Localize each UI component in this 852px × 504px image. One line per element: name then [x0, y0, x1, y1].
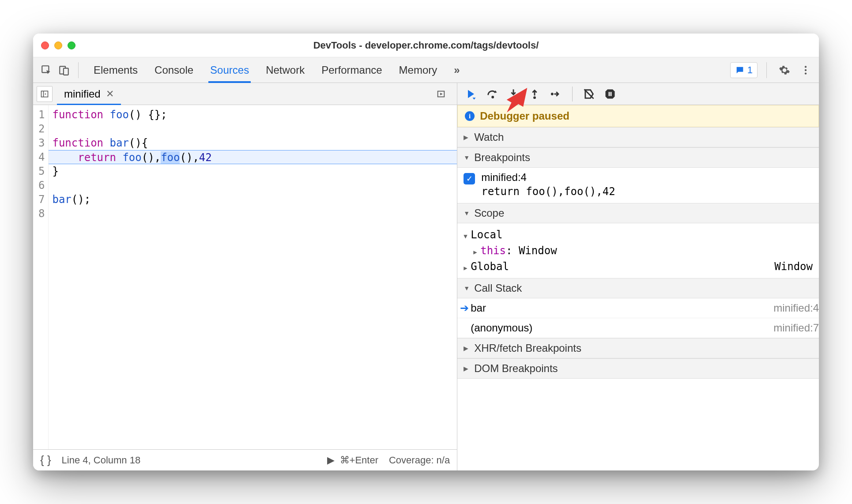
code-editor[interactable]: 12345678 function foo() {};function bar(… [33, 105, 457, 449]
svg-marker-10 [440, 93, 443, 95]
tab-sources[interactable]: Sources [209, 57, 250, 83]
pause-on-exceptions-button[interactable] [602, 86, 618, 102]
scope-global[interactable]: Global Window [464, 259, 813, 275]
svg-point-14 [551, 93, 554, 95]
panel-tabs: Elements Console Sources Network Perform… [93, 57, 461, 83]
svg-point-11 [491, 96, 494, 98]
kebab-menu-icon[interactable] [797, 61, 814, 79]
more-tabs-icon[interactable] [433, 86, 449, 102]
disclosure-icon [464, 365, 471, 372]
sources-panel: minified ✕ 12345678 function foo() {};fu… [33, 83, 457, 470]
paused-text: Debugger paused [480, 110, 569, 122]
tab-console[interactable]: Console [154, 57, 194, 83]
step-out-button[interactable] [526, 86, 543, 102]
divider [572, 87, 573, 102]
show-navigator-icon[interactable] [37, 86, 53, 102]
main-toolbar: Elements Console Sources Network Perform… [33, 57, 819, 83]
call-stack-body: ➔barminified:4(anonymous)minified:7 [457, 298, 819, 338]
disclosure-icon [464, 345, 471, 352]
run-shortcut: ⌘+Enter [340, 455, 378, 466]
breakpoints-body: ✓ minified:4 return foo(),foo(),42 [457, 168, 819, 203]
svg-rect-6 [41, 91, 48, 97]
titlebar: DevTools - developer.chrome.com/tags/dev… [33, 34, 819, 57]
tab-performance[interactable]: Performance [320, 57, 383, 83]
line-gutter: 12345678 [33, 105, 49, 449]
step-over-button[interactable] [484, 86, 501, 102]
stack-frame[interactable]: (anonymous)minified:7 [457, 318, 819, 338]
dom-breakpoints-section-header[interactable]: DOM Breakpoints [457, 358, 819, 379]
breakpoint-code: return foo(),foo(),42 [481, 185, 615, 198]
cursor-position: Line 4, Column 18 [62, 455, 141, 466]
stack-frame[interactable]: ➔barminified:4 [457, 298, 819, 318]
tab-elements[interactable]: Elements [93, 57, 139, 83]
format-icon[interactable]: { } [40, 453, 51, 467]
svg-marker-8 [45, 93, 46, 94]
svg-point-13 [533, 96, 536, 99]
issues-badge[interactable]: 1 [730, 62, 758, 78]
minimize-window-button[interactable] [54, 41, 62, 49]
disclosure-icon [464, 285, 471, 292]
editor-statusbar: { } Line 4, Column 18 ▶ ⌘+Enter Coverage… [33, 449, 457, 470]
breakpoint-checkbox[interactable]: ✓ [464, 173, 475, 184]
main-area: minified ✕ 12345678 function foo() {};fu… [33, 83, 819, 470]
tab-overflow[interactable]: » [453, 57, 460, 83]
svg-rect-2 [64, 68, 68, 75]
window-controls [41, 41, 75, 49]
scope-section-header[interactable]: Scope [457, 203, 819, 223]
tab-memory[interactable]: Memory [398, 57, 438, 83]
divider [766, 62, 767, 78]
code-content[interactable]: function foo() {};function bar(){ return… [49, 105, 457, 449]
breakpoints-section-header[interactable]: Breakpoints [457, 147, 819, 168]
source-file-name: minified [64, 88, 101, 100]
breakpoint-item[interactable]: ✓ minified:4 return foo(),foo(),42 [464, 171, 813, 198]
svg-point-3 [805, 66, 807, 68]
svg-rect-17 [611, 92, 612, 96]
tab-network[interactable]: Network [265, 57, 305, 83]
svg-point-4 [805, 69, 807, 71]
source-file-tab[interactable]: minified ✕ [57, 83, 121, 105]
window-title: DevTools - developer.chrome.com/tags/dev… [33, 40, 819, 51]
source-tabs-bar: minified ✕ [33, 83, 457, 105]
disclosure-icon [464, 210, 471, 217]
svg-point-12 [512, 96, 515, 99]
scope-this[interactable]: this: Window [464, 243, 813, 259]
disclosure-icon [464, 154, 471, 161]
resume-button[interactable] [463, 86, 479, 102]
xhr-breakpoints-section-header[interactable]: XHR/fetch Breakpoints [457, 338, 819, 358]
call-stack-section-header[interactable]: Call Stack [457, 278, 819, 298]
close-tab-icon[interactable]: ✕ [106, 88, 114, 100]
run-snippet-icon[interactable]: ▶ [327, 455, 335, 466]
disclosure-icon [464, 134, 471, 141]
step-into-button[interactable] [505, 86, 522, 102]
divider [78, 62, 79, 78]
debugger-panel: i Debugger paused Watch Breakpoints ✓ mi… [457, 83, 819, 470]
info-icon: i [465, 111, 475, 121]
maximize-window-button[interactable] [68, 41, 75, 49]
deactivate-breakpoints-button[interactable] [581, 86, 597, 102]
step-button[interactable] [547, 86, 564, 102]
close-window-button[interactable] [41, 41, 49, 49]
coverage-status: Coverage: n/a [389, 455, 450, 466]
device-toggle-icon[interactable] [55, 61, 73, 79]
issues-count: 1 [747, 64, 753, 76]
watch-section-header[interactable]: Watch [457, 127, 819, 147]
scope-local[interactable]: Local [464, 227, 813, 243]
paused-banner: i Debugger paused [457, 105, 819, 127]
breakpoint-location: minified:4 [481, 171, 615, 184]
devtools-window: DevTools - developer.chrome.com/tags/dev… [33, 34, 819, 470]
scope-body: Local this: Window Global Window [457, 223, 819, 278]
svg-rect-16 [609, 92, 610, 96]
inspect-element-icon[interactable] [38, 61, 55, 79]
settings-icon[interactable] [776, 61, 793, 79]
svg-point-5 [805, 72, 807, 74]
debugger-toolbar [457, 83, 819, 105]
